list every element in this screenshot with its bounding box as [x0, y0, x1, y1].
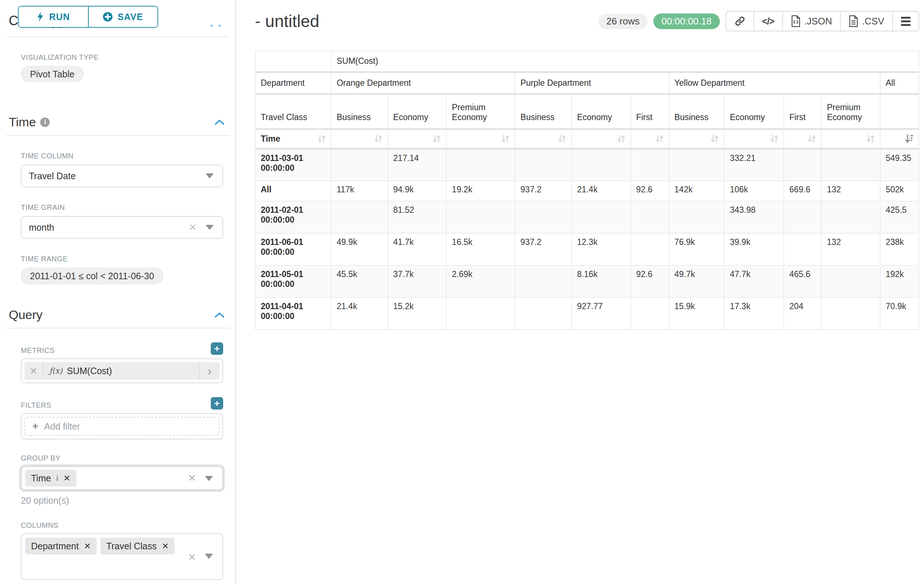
sort-arrows-icon[interactable]	[711, 134, 719, 143]
embed-code-button[interactable]: </>	[754, 12, 782, 31]
chevron-down-icon	[205, 554, 213, 559]
columns-label: COLUMNS	[21, 521, 223, 530]
section-divider	[6, 36, 229, 37]
chart-title[interactable]: - untitled	[255, 12, 319, 31]
sort-arrows-icon[interactable]	[617, 134, 625, 143]
pivot-cell: 39.9k	[724, 233, 784, 265]
pivot-cell	[331, 148, 388, 181]
clear-icon[interactable]: ✕	[188, 472, 196, 484]
pivot-cell: 15.9k	[669, 298, 724, 330]
pivot-cell	[572, 201, 631, 233]
clear-icon[interactable]: ✕	[188, 551, 196, 563]
plus-circle-icon	[103, 12, 112, 21]
pivot-cell: 94.9k	[388, 181, 447, 201]
time-column-label: TIME COLUMN	[21, 152, 223, 160]
pivot-cell	[822, 201, 880, 233]
save-button[interactable]: SAVE	[88, 7, 157, 27]
pivot-cell	[446, 201, 515, 233]
row-label: 2011-06-01 00:00:00	[255, 233, 331, 265]
pivot-cell: 92.6	[631, 181, 669, 201]
pivot-cell	[822, 148, 880, 181]
export-csv-button[interactable]: .CSV	[840, 12, 892, 31]
sort-arrows-icon[interactable]	[808, 134, 816, 143]
metric-chip[interactable]: ✕ ƒ(x) SUM(Cost) ›	[25, 362, 219, 380]
columns-tag-department[interactable]: Department ✕	[25, 538, 97, 554]
sort-arrows-icon[interactable]	[770, 134, 778, 143]
clear-icon[interactable]: ✕	[189, 222, 197, 233]
share-link-button[interactable]	[726, 12, 754, 31]
department-header-row: Department Orange Department Purple Depa…	[255, 72, 919, 94]
pivot-row: 2011-04-01 00:00:0021.4k15.2k927.7715.9k…	[255, 298, 919, 330]
time-grain-select[interactable]: month ✕	[21, 216, 223, 239]
group-by-tag-time[interactable]: Time i ✕	[25, 470, 76, 487]
add-metric-button[interactable]: +	[211, 342, 223, 355]
pivot-cell: 17.3k	[724, 298, 784, 330]
pivot-cell: 142k	[669, 181, 724, 201]
col-header: Business	[669, 94, 724, 129]
time-grain-value: month	[29, 222, 54, 233]
sort-arrows-icon[interactable]	[375, 134, 383, 143]
visualization-type-label: VISUALIZATION TYPE	[21, 53, 223, 62]
query-section-header[interactable]: Query	[9, 308, 224, 322]
pivot-cell: 106k	[724, 181, 784, 201]
time-row-header: Time	[261, 134, 280, 144]
sort-arrows-icon[interactable]	[558, 134, 566, 143]
row-label: 2011-04-01 00:00:00	[255, 298, 331, 330]
col-header: Premium Economy	[446, 94, 515, 129]
explore-page: Chart Type RUN SAVE VISUALIZATION TYPE P…	[0, 0, 924, 584]
pivot-cell	[572, 148, 631, 181]
sort-cell	[572, 129, 631, 148]
filters-container: + Add filter	[21, 413, 223, 439]
row-label: 2011-02-01 00:00:00	[255, 201, 331, 233]
col-header: Economy	[388, 94, 447, 129]
columns-select[interactable]: Department ✕ Travel Class ✕ ✕	[21, 533, 223, 580]
sort-desc-icon[interactable]	[905, 134, 913, 143]
sort-arrows-icon[interactable]	[318, 134, 326, 143]
metrics-container: ✕ ƒ(x) SUM(Cost) ›	[21, 359, 223, 383]
remove-tag-icon[interactable]: ✕	[162, 541, 169, 551]
sort-arrows-icon[interactable]	[502, 134, 510, 143]
pivot-cell: 332.21	[724, 148, 784, 181]
add-filter-button[interactable]: +	[211, 397, 223, 410]
run-button[interactable]: RUN	[19, 7, 88, 27]
add-filter-dropzone[interactable]: + Add filter	[25, 417, 219, 436]
visualization-type-value[interactable]: Pivot Table	[21, 66, 84, 82]
chevron-right-icon[interactable]: ›	[199, 362, 219, 380]
query-section-title: Query	[9, 308, 43, 322]
pivot-cell: 502k	[880, 181, 919, 201]
sort-cell	[880, 129, 919, 148]
group-by-options-hint: 20 option(s)	[21, 495, 235, 506]
export-json-button[interactable]: .JSON	[782, 12, 840, 31]
col-header: First	[784, 94, 822, 129]
sort-arrows-icon[interactable]	[655, 134, 663, 143]
metric-header: SUM(Cost)	[331, 51, 919, 72]
pivot-cell	[515, 201, 572, 233]
function-icon: ƒ(x)	[49, 367, 63, 375]
pivot-cell	[822, 265, 880, 298]
sort-cell	[331, 129, 388, 148]
columns-tag-travel-class[interactable]: Travel Class ✕	[101, 538, 175, 554]
time-section-header[interactable]: Time i	[9, 115, 224, 129]
remove-tag-icon[interactable]: ✕	[84, 541, 91, 551]
time-range-value[interactable]: 2011-01-01 ≤ col < 2011-06-30	[21, 268, 163, 285]
group-by-select[interactable]: Time i ✕ ✕	[21, 466, 223, 490]
sort-arrows-icon[interactable]	[433, 134, 441, 143]
col-header: First	[631, 94, 669, 129]
pivot-cell: 117k	[331, 181, 388, 201]
hamburger-menu-icon	[901, 17, 911, 26]
pivot-cell	[822, 298, 880, 330]
chevron-up-icon[interactable]	[215, 313, 224, 317]
clipped-icon-dot	[210, 25, 213, 26]
pivot-cell	[784, 233, 822, 265]
pivot-cell: 192k	[880, 265, 919, 298]
remove-metric-icon[interactable]: ✕	[25, 362, 43, 380]
pivot-cell: 15.2k	[388, 298, 447, 330]
remove-tag-icon[interactable]: ✕	[63, 474, 70, 483]
pivot-cell: 49.7k	[669, 265, 724, 298]
save-button-label: SAVE	[117, 12, 143, 22]
chevron-up-icon[interactable]	[215, 120, 224, 125]
sort-arrows-icon[interactable]	[867, 134, 875, 143]
more-menu-button[interactable]	[892, 12, 919, 31]
time-column-select[interactable]: Travel Date	[21, 165, 223, 187]
col-header: Economy	[572, 94, 631, 129]
